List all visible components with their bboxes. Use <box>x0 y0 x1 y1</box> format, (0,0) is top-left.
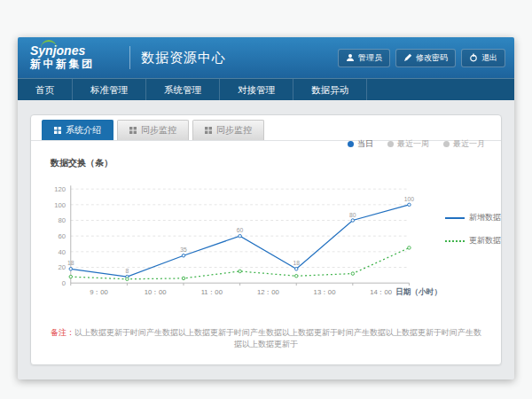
page-background: { "header": { "logo_text": "Synjones", "… <box>0 0 532 399</box>
tab-label: 同步监控 <box>216 124 252 137</box>
legend-dot-icon <box>443 141 450 147</box>
svg-text:40: 40 <box>58 248 66 256</box>
power-icon <box>469 53 478 62</box>
nav-item-home[interactable]: 首页 <box>18 79 73 100</box>
svg-text:60: 60 <box>237 227 244 233</box>
svg-text:18: 18 <box>67 260 74 266</box>
legend-update-data[interactable]: 更新数据 <box>445 235 501 246</box>
change-password-label: 修改密码 <box>416 52 448 64</box>
main-nav: 首页 标准管理 系统管理 对接管理 数据异动 <box>18 78 514 100</box>
app-window: Synjones 新中新集团 数据资源中心 管理员 修改密码 <box>18 37 514 379</box>
legend-label: 最近一周 <box>397 138 429 150</box>
legend-label: 最近一月 <box>453 138 485 150</box>
svg-text:12：00: 12：00 <box>257 288 279 296</box>
series-label: 新增数据 <box>469 212 501 223</box>
tab-label: 系统介绍 <box>66 124 101 137</box>
svg-text:日期（小时）: 日期（小时） <box>395 287 442 296</box>
logo: Synjones 新中新集团 <box>27 44 119 71</box>
content-area: 系统介绍 同步监控 同步监控 <box>18 100 514 365</box>
svg-text:100: 100 <box>404 196 414 202</box>
app-header: Synjones 新中新集团 数据资源中心 管理员 修改密码 <box>18 37 514 78</box>
header-actions: 管理员 修改密码 退出 <box>338 49 505 67</box>
logout-button[interactable]: 退出 <box>461 49 505 67</box>
series-label: 更新数据 <box>469 235 501 246</box>
chart-period-legend: 当日 最近一周 最近一月 <box>348 138 485 150</box>
page-title: 数据资源中心 <box>141 50 226 66</box>
tab-system-intro[interactable]: 系统介绍 <box>42 120 113 140</box>
line-chart: 0204060801001209：0010：0011：0012：0013：001… <box>42 173 443 308</box>
svg-text:80: 80 <box>58 216 66 224</box>
svg-text:11：00: 11：00 <box>201 288 223 296</box>
svg-text:60: 60 <box>58 232 66 240</box>
legend-dot-icon <box>387 141 394 147</box>
logo-subtext: 新中新集团 <box>30 58 119 71</box>
edit-icon <box>403 53 412 62</box>
legend-last-week[interactable]: 最近一周 <box>387 138 429 150</box>
tab-label: 同步监控 <box>141 124 176 137</box>
svg-text:13：00: 13：00 <box>314 288 336 296</box>
nav-item-data-change[interactable]: 数据异动 <box>293 79 367 100</box>
nav-item-interface-mgmt[interactable]: 对接管理 <box>220 79 293 100</box>
svg-text:18: 18 <box>293 260 300 266</box>
change-password-button[interactable]: 修改密码 <box>395 49 456 67</box>
nav-item-standard-mgmt[interactable]: 标准管理 <box>73 79 146 100</box>
chart-y-axis-title: 数据交换（条） <box>51 157 501 169</box>
solid-line-icon <box>445 217 465 219</box>
legend-new-data[interactable]: 新增数据 <box>445 212 501 223</box>
grid-icon <box>54 127 61 134</box>
svg-text:9：00: 9：00 <box>90 288 108 296</box>
chart-series-legend: 新增数据 更新数据 <box>445 212 501 246</box>
svg-text:8: 8 <box>126 268 129 274</box>
tab-sync-monitor-1[interactable]: 同步监控 <box>117 120 189 140</box>
svg-text:100: 100 <box>54 201 66 209</box>
footnote: 备注：以上数据更新于时间产生数据以上数据更新于时间产生数据以上数据更新于时间产生… <box>31 327 501 350</box>
svg-text:20: 20 <box>58 263 66 271</box>
legend-last-month[interactable]: 最近一月 <box>443 138 485 150</box>
nav-item-system-mgmt[interactable]: 系统管理 <box>146 79 220 100</box>
dotted-line-icon <box>445 240 465 242</box>
grid-icon <box>205 127 212 134</box>
svg-text:10：00: 10：00 <box>145 288 167 296</box>
header-divider <box>129 46 130 69</box>
footnote-text: 以上数据更新于时间产生数据以上数据更新于时间产生数据以上数据更新于时间产生数据以… <box>74 328 481 348</box>
tab-bar: 系统介绍 同步监控 同步监控 <box>31 115 501 141</box>
admin-button[interactable]: 管理员 <box>338 49 390 67</box>
main-panel: 系统介绍 同步监控 同步监控 <box>30 114 502 365</box>
tab-sync-monitor-2[interactable]: 同步监控 <box>192 120 264 140</box>
legend-dot-icon <box>348 141 354 147</box>
logo-leaf-icon <box>41 40 57 48</box>
svg-text:35: 35 <box>180 246 187 253</box>
chart-container: 0204060801001209：0010：0011：0012：0013：001… <box>31 173 501 308</box>
svg-text:14：00: 14：00 <box>370 288 392 296</box>
user-icon <box>346 53 355 62</box>
footnote-prefix: 备注： <box>51 328 74 337</box>
svg-text:0: 0 <box>62 279 66 287</box>
svg-text:120: 120 <box>54 185 66 193</box>
legend-label: 当日 <box>357 138 373 150</box>
admin-button-label: 管理员 <box>358 52 382 64</box>
svg-text:80: 80 <box>349 212 356 218</box>
legend-today[interactable]: 当日 <box>348 138 373 150</box>
logout-label: 退出 <box>481 52 497 64</box>
grid-icon <box>129 127 137 134</box>
